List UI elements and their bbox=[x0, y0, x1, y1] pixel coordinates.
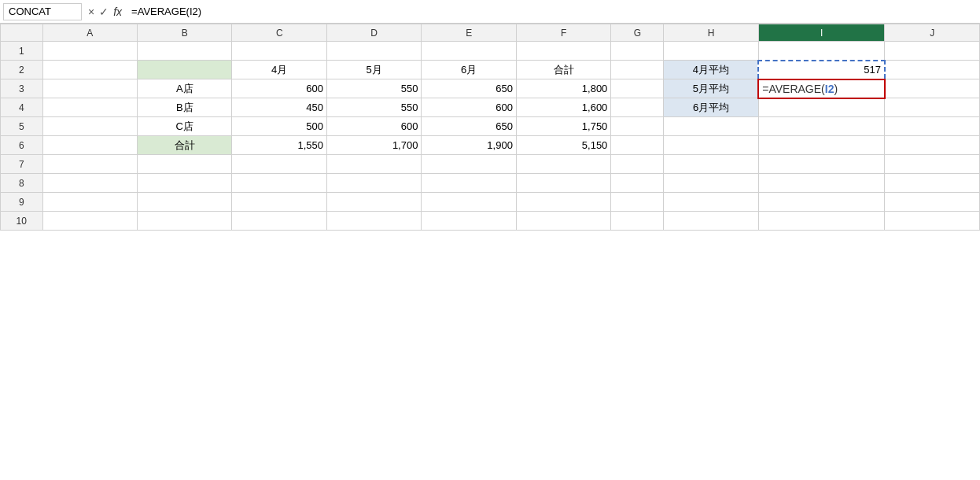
cell-c4[interactable]: 450 bbox=[232, 98, 326, 117]
cell-a3[interactable] bbox=[42, 79, 137, 98]
row-header-5[interactable]: 5 bbox=[1, 117, 43, 136]
confirm-icon[interactable]: ✓ bbox=[99, 6, 109, 18]
cell-b4[interactable]: B店 bbox=[138, 98, 232, 117]
cell-g1[interactable] bbox=[611, 42, 664, 61]
cell-b1[interactable] bbox=[138, 42, 232, 61]
row-header-10[interactable]: 10 bbox=[1, 212, 43, 231]
row-header-2[interactable]: 2 bbox=[1, 61, 43, 79]
cell-a9[interactable] bbox=[42, 193, 137, 212]
row-header-8[interactable]: 8 bbox=[1, 174, 43, 193]
cell-h8[interactable] bbox=[664, 174, 758, 193]
cell-f1[interactable] bbox=[516, 42, 610, 61]
cell-a1[interactable] bbox=[42, 42, 137, 61]
col-header-b[interactable]: B bbox=[138, 24, 232, 42]
cell-c5[interactable]: 500 bbox=[232, 117, 326, 136]
formula-input[interactable] bbox=[128, 4, 977, 19]
cell-a6[interactable] bbox=[42, 136, 137, 155]
cell-f2[interactable]: 合計 bbox=[516, 61, 610, 79]
cell-b7[interactable] bbox=[138, 155, 232, 174]
cell-i10[interactable] bbox=[758, 212, 885, 231]
cell-c2[interactable]: 4月 bbox=[232, 61, 326, 79]
cell-i4[interactable] bbox=[758, 98, 885, 117]
cell-j9[interactable] bbox=[885, 193, 980, 212]
cell-i8[interactable] bbox=[758, 174, 885, 193]
cell-d8[interactable] bbox=[326, 174, 421, 193]
cell-h4[interactable]: 6月平均 bbox=[664, 98, 758, 117]
cell-g7[interactable] bbox=[611, 155, 664, 174]
cell-j5[interactable] bbox=[885, 117, 980, 136]
cell-h10[interactable] bbox=[664, 212, 758, 231]
row-header-6[interactable]: 6 bbox=[1, 136, 43, 155]
cell-h3[interactable]: 5月平均 bbox=[664, 79, 758, 98]
cell-g3[interactable] bbox=[611, 79, 664, 98]
cell-e1[interactable] bbox=[422, 42, 516, 61]
cell-d6[interactable]: 1,700 bbox=[326, 136, 421, 155]
cell-b5[interactable]: C店 bbox=[138, 117, 232, 136]
cell-g4[interactable] bbox=[611, 98, 664, 117]
cell-a10[interactable] bbox=[42, 212, 137, 231]
cell-i2[interactable]: 517 bbox=[758, 61, 885, 79]
cell-b9[interactable] bbox=[138, 193, 232, 212]
cell-h9[interactable] bbox=[664, 193, 758, 212]
cell-h1[interactable] bbox=[664, 42, 758, 61]
cell-e5[interactable]: 650 bbox=[422, 117, 516, 136]
cell-b10[interactable] bbox=[138, 212, 232, 231]
cell-f6[interactable]: 5,150 bbox=[516, 136, 610, 155]
cell-g10[interactable] bbox=[611, 212, 664, 231]
cell-e4[interactable]: 600 bbox=[422, 98, 516, 117]
cell-e8[interactable] bbox=[422, 174, 516, 193]
cell-j7[interactable] bbox=[885, 155, 980, 174]
row-header-9[interactable]: 9 bbox=[1, 193, 43, 212]
cell-b6[interactable]: 合計 bbox=[138, 136, 232, 155]
cell-e3[interactable]: 650 bbox=[422, 79, 516, 98]
cell-i1[interactable] bbox=[758, 42, 885, 61]
cell-j6[interactable] bbox=[885, 136, 980, 155]
cell-h6[interactable] bbox=[664, 136, 758, 155]
cell-b8[interactable] bbox=[138, 174, 232, 193]
cell-j8[interactable] bbox=[885, 174, 980, 193]
cell-f9[interactable] bbox=[516, 193, 610, 212]
col-header-c[interactable]: C bbox=[232, 24, 326, 42]
col-header-g[interactable]: G bbox=[611, 24, 664, 42]
cell-c6[interactable]: 1,550 bbox=[232, 136, 326, 155]
cell-c8[interactable] bbox=[232, 174, 326, 193]
cell-e9[interactable] bbox=[422, 193, 516, 212]
cell-i5[interactable] bbox=[758, 117, 885, 136]
row-header-4[interactable]: 4 bbox=[1, 98, 43, 117]
col-header-j[interactable]: J bbox=[885, 24, 980, 42]
cell-d2[interactable]: 5月 bbox=[326, 61, 421, 79]
name-box[interactable]: CONCAT bbox=[3, 3, 82, 20]
cell-b3[interactable]: A店 bbox=[138, 79, 232, 98]
cell-c9[interactable] bbox=[232, 193, 326, 212]
cell-d10[interactable] bbox=[326, 212, 421, 231]
cell-a5[interactable] bbox=[42, 117, 137, 136]
cell-e7[interactable] bbox=[422, 155, 516, 174]
col-header-h[interactable]: H bbox=[664, 24, 758, 42]
col-header-a[interactable]: A bbox=[42, 24, 137, 42]
cell-j1[interactable] bbox=[885, 42, 980, 61]
col-header-e[interactable]: E bbox=[422, 24, 516, 42]
cell-e6[interactable]: 1,900 bbox=[422, 136, 516, 155]
cell-c3[interactable]: 600 bbox=[232, 79, 326, 98]
cell-i9[interactable] bbox=[758, 193, 885, 212]
row-header-3[interactable]: 3 bbox=[1, 79, 43, 98]
cell-a2[interactable] bbox=[42, 61, 137, 79]
cell-h2[interactable]: 4月平均 bbox=[664, 61, 758, 79]
cell-f10[interactable] bbox=[516, 212, 610, 231]
cell-c10[interactable] bbox=[232, 212, 326, 231]
cell-f5[interactable]: 1,750 bbox=[516, 117, 610, 136]
cell-a7[interactable] bbox=[42, 155, 137, 174]
cell-j10[interactable] bbox=[885, 212, 980, 231]
cell-d3[interactable]: 550 bbox=[326, 79, 421, 98]
cell-h7[interactable] bbox=[664, 155, 758, 174]
cell-g2[interactable] bbox=[611, 61, 664, 79]
cell-j2[interactable] bbox=[885, 61, 980, 79]
cell-g6[interactable] bbox=[611, 136, 664, 155]
cell-a4[interactable] bbox=[42, 98, 137, 117]
cell-g9[interactable] bbox=[611, 193, 664, 212]
cell-f8[interactable] bbox=[516, 174, 610, 193]
cell-f3[interactable]: 1,800 bbox=[516, 79, 610, 98]
cell-g5[interactable] bbox=[611, 117, 664, 136]
cell-e2[interactable]: 6月 bbox=[422, 61, 516, 79]
cell-d9[interactable] bbox=[326, 193, 421, 212]
